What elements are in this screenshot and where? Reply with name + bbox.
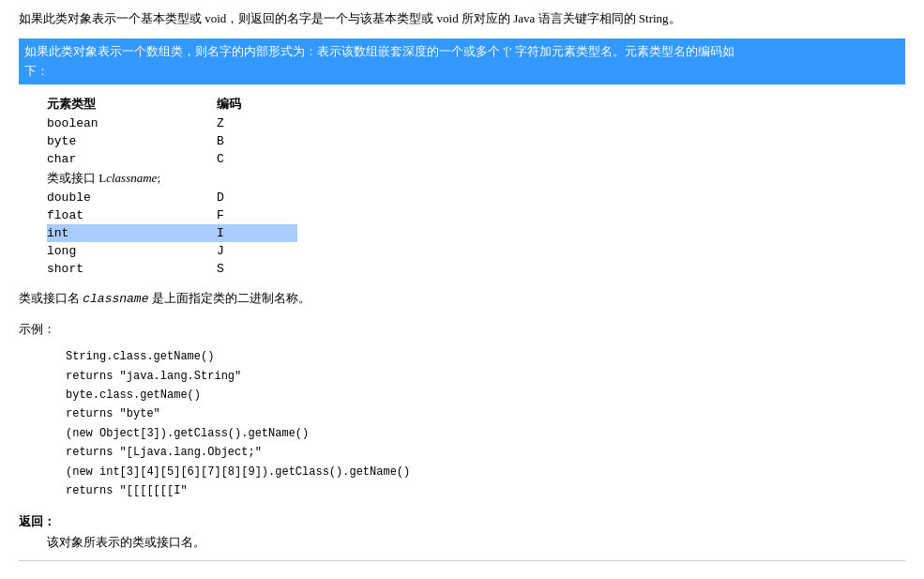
returns-label: 返回： [19,513,905,530]
table-header-code: 编码 [217,94,297,114]
table-header-type: 元素类型 [47,94,217,114]
classname-note: 类或接口名 classname 是上面指定类的二进制名称。 [19,287,905,310]
code-line: returns "byte" [66,404,905,423]
type-cell: 类或接口 Lclassname; [47,168,217,189]
code-line: returns "[[[[[[[I" [66,481,905,500]
type-cell: char [47,150,217,168]
code-line: byte.class.getName() [66,386,905,404]
type-cell: float [47,206,217,224]
code-cell [217,168,297,189]
element-type-table: 元素类型 编码 booleanZbyteBcharC类或接口 Lclassnam… [47,94,297,278]
example-label: 示例： [19,318,905,340]
table-row: 类或接口 Lclassname; [47,168,297,189]
table-row: charC [47,150,297,168]
code-line: returns "java.lang.String" [66,367,905,386]
type-table-section: 元素类型 编码 booleanZbyteBcharC类或接口 Lclassnam… [47,94,905,278]
table-row: floatF [47,206,297,224]
code-cell: F [217,206,297,224]
table-row: intI [47,224,297,242]
code-line: String.class.getName() [66,347,905,366]
returns-section: 返回： 该对象所表示的类或接口名。 [19,513,905,551]
table-row: doubleD [47,189,297,206]
code-line: returns "[Ljava.lang.Object;" [66,443,905,462]
table-row: shortS [47,260,297,278]
code-line: (new int[3][4][5][6][7][8][9]).getClass(… [66,463,905,481]
top-paragraph: 如果此类对象表示一个基本类型或 void，则返回的名字是一个与该基本类型或 vo… [19,9,905,29]
code-cell: Z [217,114,297,132]
type-cell: long [47,242,217,260]
type-cell: byte [47,132,217,150]
type-cell: int [47,224,217,242]
bottom-divider [19,560,905,561]
type-cell: double [47,189,217,206]
type-cell: boolean [47,114,217,132]
table-row: longJ [47,242,297,260]
code-line: (new Object[3]).getClass().getName() [66,424,905,443]
table-row: byteB [47,132,297,150]
highlighted-block: 如果此类对象表示一个数组类，则名字的内部形式为：表示该数组嵌套深度的一个或多个 … [19,38,905,85]
code-cell: I [217,224,297,242]
returns-content: 该对象所表示的类或接口名。 [47,534,905,551]
code-cell: S [217,260,297,278]
code-cell: B [217,132,297,150]
code-cell: J [217,242,297,260]
code-cell: D [217,189,297,206]
table-row: booleanZ [47,114,297,132]
code-cell: C [217,150,297,168]
code-examples: String.class.getName() returns "java.lan… [66,347,905,500]
type-cell: short [47,260,217,278]
